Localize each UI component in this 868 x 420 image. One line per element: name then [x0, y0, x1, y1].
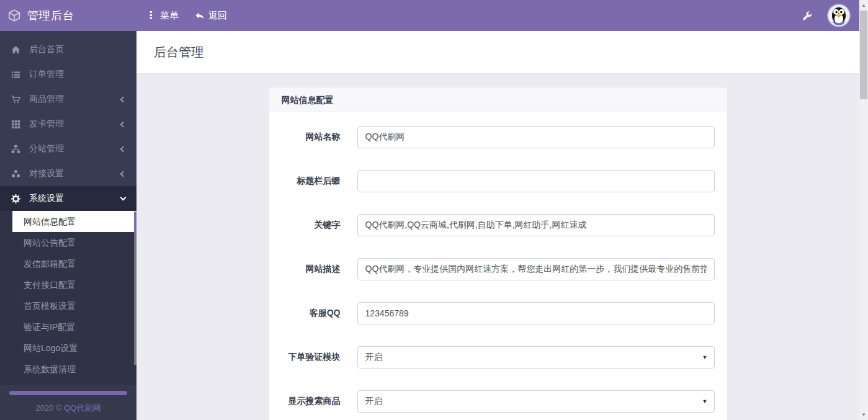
form-row: 网站名称	[282, 126, 715, 148]
sidebar-subitem-系统数据清理[interactable]: 系统数据清理	[0, 359, 136, 380]
gear-icon	[10, 194, 21, 203]
site-info-form: 网站名称 标题栏后缀 关键字 网站描述 客服QQ 下单验证模块 开启 ▼ 显示搜…	[269, 112, 727, 420]
field-label: 网站描述	[282, 264, 341, 275]
admin-app: 管理后台 ⋮ 菜单 返回	[0, 0, 868, 420]
sidebar-subitem-支付接口配置[interactable]: 支付接口配置	[0, 274, 136, 295]
order-verify-module-select[interactable]: 开启 ▼	[357, 346, 715, 369]
cart-icon	[10, 94, 21, 104]
select-value: 开启	[365, 396, 383, 407]
form-row: 下单验证模块 开启 ▼	[282, 346, 715, 369]
field-label: 关键字	[282, 220, 341, 231]
app-title: 管理后台	[27, 8, 74, 23]
dropdown-arrow-icon: ▼	[702, 398, 708, 404]
sidebar-subitem-首页模板设置[interactable]: 首页模板设置	[0, 295, 136, 316]
keywords-input[interactable]	[357, 214, 715, 236]
copyright: 2020 © QQ代刷网	[0, 403, 136, 414]
sidebar-item-分站管理[interactable]: 分站管理	[0, 136, 136, 161]
field-label: 标题栏后缀	[282, 176, 341, 187]
window-scrollbar[interactable]: ▲ ▼	[859, 0, 868, 420]
field-label: 显示搜索商品	[282, 396, 341, 407]
menu-button[interactable]: ⋮ 菜单	[146, 10, 179, 22]
sidebar-subitem-验证与IP配置[interactable]: 验证与IP配置	[0, 316, 136, 337]
title-suffix-input[interactable]	[357, 170, 715, 192]
wrench-icon[interactable]	[802, 11, 812, 20]
card-title: 网站信息配置	[269, 87, 727, 112]
copyright-prefix: 2020 ©	[36, 403, 62, 413]
content-area: 网站信息配置 网站名称 标题栏后缀 关键字 网站描述 客服QQ 下单验证模块 开…	[136, 74, 859, 420]
scrollbar-thumb[interactable]	[860, 11, 867, 99]
reply-arrow-icon	[195, 11, 204, 20]
scroll-down-arrow-icon[interactable]: ▼	[859, 409, 868, 420]
top-header: 管理后台 ⋮ 菜单 返回	[0, 0, 859, 31]
sidebar-subitem-网站公告配置[interactable]: 网站公告配置	[0, 232, 136, 253]
cubes-icon	[10, 169, 21, 179]
dropdown-arrow-icon: ▼	[702, 354, 708, 360]
site-info-card: 网站信息配置 网站名称 标题栏后缀 关键字 网站描述 客服QQ 下单验证模块 开…	[269, 87, 728, 420]
chevron-left-icon	[120, 121, 127, 127]
page-titlebar: 后台管理	[136, 31, 859, 74]
header-nav: ⋮ 菜单 返回	[136, 10, 227, 22]
header-right	[802, 4, 859, 27]
brand: 管理后台	[0, 0, 136, 31]
sidebar-subitem-网站Logo设置[interactable]: 网站Logo设置	[0, 337, 136, 359]
chevron-left-icon	[120, 171, 127, 177]
chevron-left-icon	[120, 146, 127, 152]
vertical-dots-icon: ⋮	[146, 11, 156, 20]
back-button-label: 返回	[208, 10, 227, 22]
sidebar-subitem-网站信息配置[interactable]: 网站信息配置	[12, 211, 136, 232]
sidebar-footer: 2020 © QQ代刷网	[0, 386, 136, 420]
sidebar: 后台首页 订单管理 商品管理 发卡管理 分站管理 对接设置 系统设置 网站信息配…	[0, 31, 136, 420]
menu-button-label: 菜单	[160, 10, 179, 22]
list-icon	[10, 69, 21, 79]
grid-icon	[10, 119, 21, 129]
form-row: 关键字	[282, 214, 715, 236]
form-row: 客服QQ	[282, 302, 715, 324]
cube-icon	[7, 9, 21, 22]
sidebar-item-后台首页[interactable]: 后台首页	[0, 37, 136, 62]
chevron-down-icon	[120, 194, 127, 200]
field-label: 客服QQ	[282, 308, 341, 319]
show-search-products-select[interactable]: 开启 ▼	[357, 390, 715, 413]
qq-penguin-avatar[interactable]	[827, 4, 851, 27]
site-description-input[interactable]	[357, 258, 715, 280]
form-row: 显示搜索商品 开启 ▼	[282, 390, 715, 413]
form-row: 标题栏后缀	[282, 170, 715, 192]
home-icon	[10, 45, 21, 55]
field-label: 下单验证模块	[282, 352, 341, 363]
sidebar-item-对接设置[interactable]: 对接设置	[0, 161, 136, 186]
sitemap-icon	[10, 144, 21, 154]
page-title: 后台管理	[154, 44, 204, 61]
sidebar-item-系统设置[interactable]: 系统设置	[0, 186, 136, 211]
sidebar-item-发卡管理[interactable]: 发卡管理	[0, 112, 136, 136]
sidebar-item-商品管理[interactable]: 商品管理	[0, 87, 136, 112]
scroll-up-arrow-icon[interactable]: ▲	[859, 0, 868, 11]
form-row: 网站描述	[282, 258, 715, 280]
copyright-link[interactable]: QQ代刷网	[64, 403, 101, 413]
back-button[interactable]: 返回	[195, 10, 227, 22]
site-name-input[interactable]	[357, 126, 715, 148]
main-area: 后台管理 网站信息配置 网站名称 标题栏后缀 关键字 网站描述 客服QQ 下单验…	[136, 31, 859, 420]
chevron-left-icon	[120, 96, 127, 102]
sidebar-subitem-发信邮箱配置[interactable]: 发信邮箱配置	[0, 253, 136, 274]
select-value: 开启	[365, 352, 383, 363]
service-qq-input[interactable]	[357, 302, 715, 324]
footer-progress-bar	[9, 391, 127, 395]
field-label: 网站名称	[282, 132, 341, 143]
sidebar-item-订单管理[interactable]: 订单管理	[0, 62, 136, 87]
